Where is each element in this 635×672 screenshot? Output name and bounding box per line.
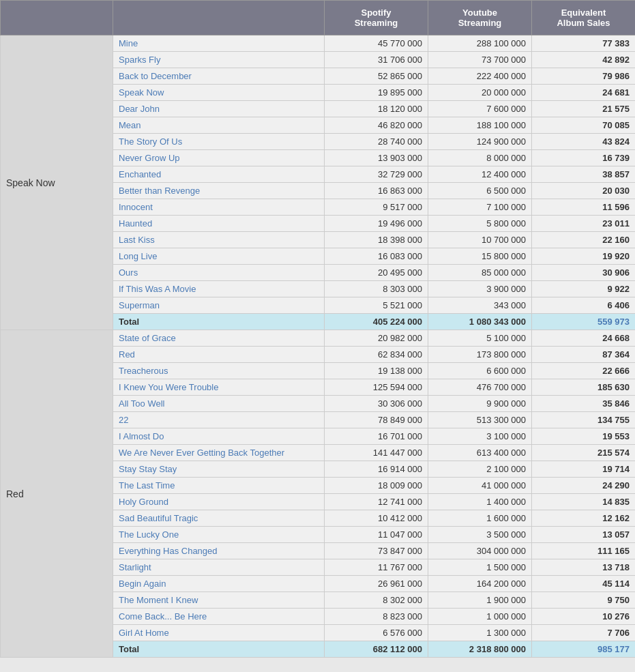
spotify-value: 141 447 000 (325, 445, 428, 461)
equiv-value: 9 750 (532, 592, 636, 609)
spotify-value: 20 495 000 (325, 265, 428, 281)
total-equiv: 559 973 (532, 314, 636, 330)
total-spotify: 682 112 000 (325, 641, 428, 658)
total-equiv: 985 177 (532, 641, 636, 658)
spotify-value: 16 863 000 (325, 183, 428, 199)
youtube-value: 3 100 000 (428, 428, 532, 445)
song-title: If This Was A Movie (113, 281, 325, 297)
song-title: Haunted (113, 216, 325, 232)
equiv-value: 22 160 (532, 232, 636, 248)
youtube-value: 9 900 000 (428, 396, 532, 412)
header-youtube: YoutubeStreaming (428, 1, 532, 35)
song-title: Innocent (113, 199, 325, 216)
song-title: I Almost Do (113, 428, 325, 445)
spotify-value: 19 496 000 (325, 216, 428, 232)
spotify-value: 11 047 000 (325, 527, 428, 543)
total-spotify: 405 224 000 (325, 314, 428, 330)
spotify-value: 30 306 000 (325, 396, 428, 412)
spotify-value: 8 302 000 (325, 592, 428, 609)
equiv-value: 19 920 (532, 248, 636, 265)
youtube-value: 5 800 000 (428, 216, 532, 232)
spotify-value: 45 770 000 (325, 35, 428, 52)
spotify-value: 19 895 000 (325, 85, 428, 101)
song-title: The Story Of Us (113, 134, 325, 150)
song-title: The Lucky One (113, 527, 325, 543)
spotify-value: 18 120 000 (325, 101, 428, 117)
total-youtube: 2 318 800 000 (428, 641, 532, 658)
table-row: RedState of Grace20 982 0005 100 00024 6… (1, 330, 636, 347)
album-cell: Red (1, 330, 113, 658)
spotify-value: 62 834 000 (325, 347, 428, 363)
song-title: Begin Again (113, 576, 325, 592)
spotify-value: 32 729 000 (325, 166, 428, 183)
spotify-value: 125 594 000 (325, 379, 428, 396)
song-title: The Moment I Knew (113, 592, 325, 609)
equiv-value: 11 596 (532, 199, 636, 216)
youtube-value: 476 700 000 (428, 379, 532, 396)
equiv-value: 38 857 (532, 166, 636, 183)
header-spotify: SpotifyStreaming (325, 1, 428, 35)
spotify-value: 20 982 000 (325, 330, 428, 347)
album-cell: Speak Now (1, 35, 113, 330)
youtube-value: 41 000 000 (428, 478, 532, 494)
album-label: Speak Now (6, 177, 55, 188)
spotify-value: 10 412 000 (325, 510, 428, 527)
spotify-value: 5 521 000 (325, 297, 428, 314)
song-title: Red (113, 347, 325, 363)
equiv-value: 30 906 (532, 265, 636, 281)
song-title: Holy Ground (113, 494, 325, 510)
youtube-value: 613 400 000 (428, 445, 532, 461)
song-title: Sparks Fly (113, 52, 325, 68)
equiv-value: 43 824 (532, 134, 636, 150)
youtube-value: 6 500 000 (428, 183, 532, 199)
song-title: Superman (113, 297, 325, 314)
youtube-value: 85 000 000 (428, 265, 532, 281)
song-title: Back to December (113, 68, 325, 85)
spotify-value: 31 706 000 (325, 52, 428, 68)
youtube-value: 1 400 000 (428, 494, 532, 510)
spotify-value: 28 740 000 (325, 134, 428, 150)
song-title: Mean (113, 117, 325, 134)
equiv-value: 22 666 (532, 363, 636, 379)
youtube-value: 73 700 000 (428, 52, 532, 68)
equiv-value: 13 057 (532, 527, 636, 543)
youtube-value: 288 100 000 (428, 35, 532, 52)
spotify-value: 6 576 000 (325, 625, 428, 641)
song-title: Dear John (113, 101, 325, 117)
equiv-value: 35 846 (532, 396, 636, 412)
equiv-value: 185 630 (532, 379, 636, 396)
youtube-value: 222 400 000 (428, 68, 532, 85)
table-row: Speak NowMine45 770 000288 100 00077 383 (1, 35, 636, 52)
spotify-value: 12 741 000 (325, 494, 428, 510)
equiv-value: 20 030 (532, 183, 636, 199)
youtube-value: 1 900 000 (428, 592, 532, 609)
header-album (1, 1, 113, 35)
song-title: Speak Now (113, 85, 325, 101)
equiv-value: 21 575 (532, 101, 636, 117)
equiv-value: 79 986 (532, 68, 636, 85)
youtube-value: 188 100 000 (428, 117, 532, 134)
spotify-value: 78 849 000 (325, 412, 428, 428)
equiv-value: 13 718 (532, 559, 636, 576)
spotify-value: 8 823 000 (325, 609, 428, 625)
youtube-value: 3 900 000 (428, 281, 532, 297)
youtube-value: 124 900 000 (428, 134, 532, 150)
song-title: Everything Has Changed (113, 543, 325, 559)
equiv-value: 19 714 (532, 461, 636, 478)
equiv-value: 16 739 (532, 150, 636, 166)
total-youtube: 1 080 343 000 (428, 314, 532, 330)
spotify-value: 18 398 000 (325, 232, 428, 248)
youtube-value: 343 000 (428, 297, 532, 314)
total-label: Total (113, 314, 325, 330)
spotify-value: 26 961 000 (325, 576, 428, 592)
youtube-value: 3 500 000 (428, 527, 532, 543)
equiv-value: 70 085 (532, 117, 636, 134)
header-equiv: EquivalentAlbum Sales (532, 1, 636, 35)
youtube-value: 164 200 000 (428, 576, 532, 592)
header-song (113, 1, 325, 35)
youtube-value: 20 000 000 (428, 85, 532, 101)
equiv-value: 10 276 (532, 609, 636, 625)
song-title: Mine (113, 35, 325, 52)
equiv-value: 19 553 (532, 428, 636, 445)
song-title: The Last Time (113, 478, 325, 494)
